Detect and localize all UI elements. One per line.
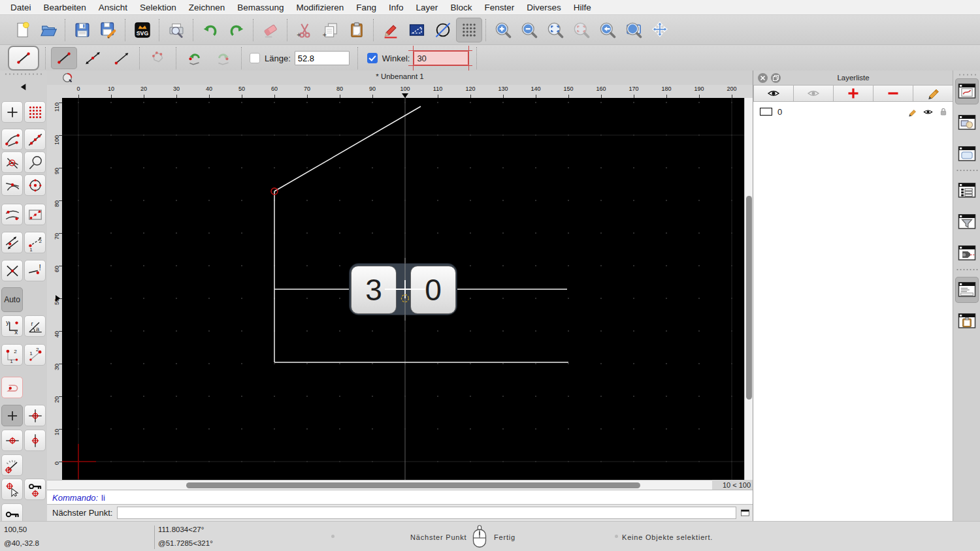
snap-endpoints-button[interactable] <box>1 129 23 150</box>
paste-button[interactable] <box>344 18 370 42</box>
snap-middle-button[interactable] <box>1 204 23 225</box>
zoom-window-button[interactable] <box>621 18 647 42</box>
view-list-panel-button[interactable] <box>955 178 979 204</box>
redo-button[interactable] <box>223 18 250 42</box>
snap-intersection-manual-button[interactable]: ! <box>24 260 46 281</box>
clipboard-panel-button[interactable] <box>955 308 979 334</box>
zoom-selection-button[interactable] <box>568 18 595 42</box>
menu-bemassung[interactable]: Bemassung <box>237 3 284 12</box>
undo-button[interactable] <box>197 18 223 42</box>
ray-button[interactable] <box>108 47 135 69</box>
hide-all-eye-button[interactable] <box>794 85 834 102</box>
edit-layer-pencil-button[interactable] <box>913 85 953 102</box>
lock-relative-zero-button[interactable] <box>24 479 46 500</box>
command-line-panel-button[interactable] <box>955 277 979 303</box>
menu-zeichnen[interactable]: Zeichnen <box>189 3 225 12</box>
menu-diverses[interactable]: Diverses <box>527 3 561 12</box>
menu-block[interactable]: Block <box>450 3 472 12</box>
snap-tangential-button[interactable] <box>1 232 23 253</box>
zoom-in-button[interactable] <box>490 18 516 42</box>
coord-relative-button[interactable]: 12 <box>1 344 23 366</box>
selection-tool-button[interactable] <box>404 18 430 42</box>
menu-bearbeiten[interactable]: Bearbeiten <box>44 3 86 12</box>
menu-hilfe[interactable]: Hilfe <box>574 3 591 12</box>
restrict-none-button[interactable] <box>1 405 23 426</box>
horizontal-scrollbar[interactable] <box>47 480 712 490</box>
cut-button[interactable]: + <box>291 18 318 42</box>
menu-selektion[interactable]: Selektion <box>140 3 176 12</box>
restrict-reference-button[interactable] <box>1 377 23 398</box>
edit-pencil-button[interactable] <box>378 18 404 42</box>
snap-free-button[interactable] <box>1 101 23 123</box>
eraser-button[interactable] <box>257 18 284 42</box>
length-checkbox[interactable] <box>250 53 260 63</box>
copy-button[interactable]: + <box>318 18 344 42</box>
layer-list-panel-button[interactable] <box>955 78 979 104</box>
zoom-previous-button[interactable] <box>595 18 621 42</box>
layer-lock-icon[interactable] <box>938 106 949 117</box>
palette-collapse-button[interactable] <box>1 80 46 97</box>
angle-input[interactable] <box>414 51 468 65</box>
menu-ansicht[interactable]: Ansicht <box>99 3 127 12</box>
command-input[interactable] <box>117 507 736 519</box>
menu-info[interactable]: Info <box>389 3 404 12</box>
restrict-orthogonal-button[interactable] <box>24 405 46 426</box>
snap-grid-button[interactable] <box>24 101 46 123</box>
edit-layer-icon[interactable] <box>907 106 918 118</box>
set-relative-zero-button[interactable] <box>1 479 23 500</box>
horizontal-scrollbar-thumb[interactable] <box>186 482 640 488</box>
command-line-toggle-button[interactable] <box>739 507 752 518</box>
print-preview-button[interactable] <box>163 18 189 42</box>
restrict-vertical-button[interactable] <box>24 430 46 451</box>
svg-export-button[interactable]: SVG <box>129 18 155 42</box>
menu-datei[interactable]: Datei <box>10 3 31 12</box>
vertical-scrollbar[interactable] <box>744 98 753 480</box>
vertical-scrollbar-thumb[interactable] <box>746 196 752 400</box>
block-list-panel-button[interactable] <box>955 110 979 136</box>
restrict-angle-button[interactable] <box>1 454 23 476</box>
lamp-panel-button[interactable] <box>955 240 979 266</box>
save-as-button[interactable] <box>95 18 122 42</box>
layer-row[interactable]: 0 <box>753 104 953 119</box>
menu-layer[interactable]: Layer <box>416 3 438 12</box>
coord-polar-relative-button[interactable]: 12 <box>24 344 46 366</box>
layer-color-swatch[interactable] <box>760 108 772 116</box>
grid-toggle-button[interactable] <box>456 18 482 42</box>
undo-step-button[interactable] <box>182 47 208 69</box>
snap-on-entity-button[interactable] <box>24 129 46 150</box>
save-button[interactable] <box>69 18 95 42</box>
snap-intersection-button[interactable] <box>1 151 23 173</box>
menu-fenster[interactable]: Fenster <box>484 3 514 12</box>
show-all-eye-button[interactable] <box>753 85 794 102</box>
zoom-out-button[interactable] <box>516 18 542 42</box>
auto-zoom-button[interactable] <box>542 18 568 42</box>
menu-modifizieren[interactable]: Modifizieren <box>297 3 344 12</box>
remove-layer-minus-button[interactable] <box>874 85 913 102</box>
snap-reference-button[interactable] <box>24 204 46 225</box>
coord-cartesian-button[interactable]: yx <box>1 315 23 337</box>
new-file-button[interactable] <box>9 18 35 42</box>
snap-distance-button[interactable]: 12 <box>24 232 46 253</box>
snap-perpendicular-button[interactable] <box>24 151 46 173</box>
angle-checkbox[interactable] <box>367 53 378 63</box>
snap-tangent-button[interactable] <box>1 174 23 196</box>
restrict-horizontal-button[interactable] <box>1 430 23 451</box>
drawing-canvas[interactable]: 30 <box>62 98 744 480</box>
add-layer-plus-button[interactable] <box>834 85 874 102</box>
toggle-layer-visibility-icon[interactable] <box>923 106 934 118</box>
polyline-button[interactable] <box>145 47 171 69</box>
pan-button[interactable] <box>647 18 673 42</box>
property-editor-panel-button[interactable] <box>955 141 979 167</box>
snap-intersection-auto-button[interactable] <box>1 260 23 281</box>
redo-step-button[interactable] <box>210 47 237 69</box>
coord-polar-button[interactable]: ra <box>24 315 46 337</box>
open-file-button[interactable] <box>35 18 61 42</box>
snap-auto-button[interactable]: Auto <box>1 287 23 312</box>
line-2-points-button[interactable] <box>51 47 77 69</box>
snap-center-button[interactable] <box>24 174 46 196</box>
menu-fang[interactable]: Fang <box>356 3 376 12</box>
draw-order-button[interactable] <box>430 18 456 42</box>
infinite-line-button[interactable] <box>80 47 106 69</box>
selection-filter-panel-button[interactable] <box>955 209 979 235</box>
length-input[interactable] <box>295 51 350 65</box>
